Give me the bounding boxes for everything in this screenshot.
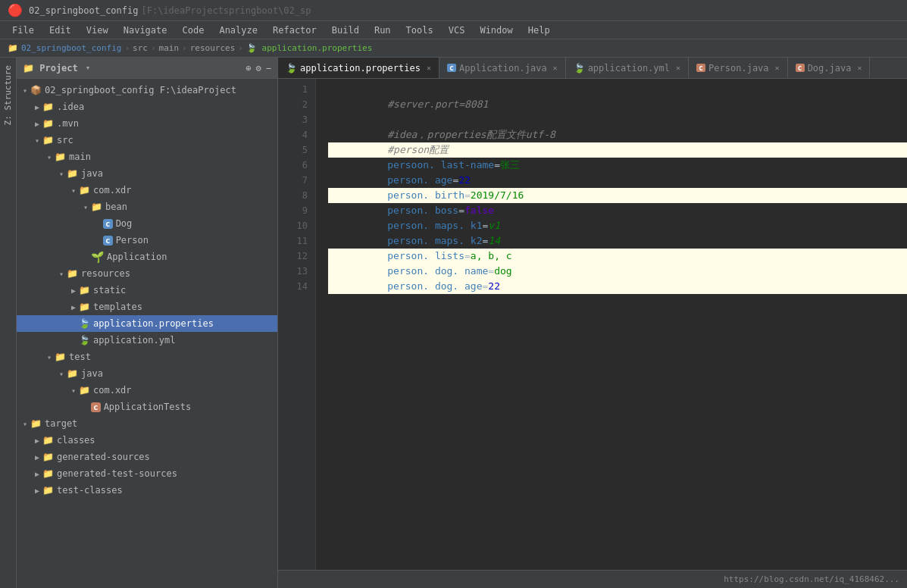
tab-person-label: Person.java	[708, 63, 768, 74]
menu-run[interactable]: Run	[368, 23, 397, 37]
menu-window[interactable]: Window	[474, 23, 518, 37]
tab-appjava[interactable]: c Application.java ✕	[439, 58, 566, 78]
yaml-icon-appyml: 🍃	[79, 335, 90, 346]
tab-person-close[interactable]: ✕	[775, 64, 780, 72]
tree-label-dog: Dog	[116, 218, 133, 229]
line-num-11: 11	[278, 233, 308, 249]
menu-code[interactable]: Code	[177, 23, 211, 37]
breadcrumb-file[interactable]: 🍃 application.properties	[246, 43, 372, 53]
tree-appprops[interactable]: ▶ 🍃 application.properties	[17, 315, 277, 332]
folder-icon-classes: 📁	[42, 435, 54, 446]
locate-icon[interactable]: ⊕	[246, 63, 251, 74]
tree-label-resources: resources	[81, 268, 130, 279]
breadcrumb-project[interactable]: 02_springboot_config	[21, 43, 121, 53]
tree-test[interactable]: ▾ 📁 test	[17, 349, 277, 365]
arrow-templates: ▶	[68, 303, 79, 311]
code-eq-8: =	[458, 205, 464, 216]
tree-templates[interactable]: ▶ 📁 templates	[17, 299, 277, 315]
tree-target[interactable]: ▾ 📁 target	[17, 415, 277, 432]
menu-refactor[interactable]: Refactor	[267, 23, 323, 37]
tree-label-test-comxdr: com.xdr	[93, 385, 132, 396]
folder-icon-mvn: 📁	[42, 118, 54, 129]
tree-label-templates: templates	[93, 302, 142, 312]
line-num-13: 13	[278, 264, 308, 279]
tree-apptests[interactable]: ▶ c ApplicationTests	[17, 399, 277, 415]
tree-label-target: target	[45, 418, 77, 429]
menu-tools[interactable]: Tools	[400, 23, 439, 37]
code-content[interactable]: #server.port=8081 #idea，properties配置文件ut…	[316, 79, 907, 570]
code-key-10: person. maps. k2	[387, 235, 482, 246]
tab-appyml[interactable]: 🍃 application.yml ✕	[566, 58, 689, 78]
code-key-13: person. dog. age	[387, 280, 482, 292]
tree-person[interactable]: ▶ c Person	[17, 232, 277, 249]
tab-person[interactable]: c Person.java ✕	[689, 58, 788, 78]
collapse-icon[interactable]: −	[266, 63, 271, 74]
tab-appprops[interactable]: 🍃 application.properties ✕	[278, 58, 439, 78]
folder-icon-bean: 📁	[91, 202, 102, 212]
tab-appjava-close[interactable]: ✕	[553, 64, 558, 72]
gear-icon[interactable]: ⚙	[256, 63, 261, 74]
tree-label-person: Person	[116, 235, 149, 246]
tab-appprops-close[interactable]: ✕	[427, 64, 431, 72]
tab-java-icon-dog: c	[796, 64, 805, 72]
project-panel-title: 📁 Project	[23, 63, 78, 74]
tree-comxdr[interactable]: ▾ 📁 com.xdr	[17, 182, 277, 199]
java-icon-dog: c	[103, 219, 113, 229]
line-num-4: 4	[278, 127, 308, 142]
tab-dog[interactable]: c Dog.java ✕	[788, 58, 871, 78]
menu-navigate[interactable]: Navigate	[117, 23, 174, 37]
arrow-comxdr: ▾	[68, 186, 79, 195]
tree-main[interactable]: ▾ 📁 main	[17, 149, 277, 165]
tree-test-comxdr[interactable]: ▾ 📁 com.xdr	[17, 382, 277, 399]
tree-resources[interactable]: ▾ 📁 resources	[17, 265, 277, 282]
breadcrumb-src[interactable]: src	[133, 43, 148, 53]
menu-edit[interactable]: Edit	[43, 23, 77, 37]
arrow-resources: ▾	[56, 270, 67, 278]
tree-root[interactable]: ▾ 📦 02_springboot_config F:\ideaProject	[17, 82, 277, 99]
tree-application[interactable]: ▶ 🌱 Application	[17, 249, 277, 265]
line-num-1: 1	[278, 82, 308, 97]
tree-test-java[interactable]: ▾ 📁 java	[17, 365, 277, 382]
tree-mvn[interactable]: ▶ 📁 .mvn	[17, 115, 277, 132]
code-val-13: 22	[488, 280, 500, 292]
menu-vcs[interactable]: VCS	[443, 23, 471, 37]
tree-dog[interactable]: ▶ c Dog	[17, 215, 277, 232]
folder-icon-resources: 📁	[67, 268, 78, 279]
app-logo: 🔴	[8, 3, 23, 17]
tree-idea[interactable]: ▶ 📁 .idea	[17, 99, 277, 115]
tab-appyml-close[interactable]: ✕	[676, 64, 680, 72]
tab-java-icon-app: c	[447, 64, 456, 72]
breadcrumb-main[interactable]: main	[159, 43, 180, 53]
tree-gentestsources[interactable]: ▶ 📁 generated-test-sources	[17, 465, 277, 482]
spring-icon-application: 🌱	[91, 251, 104, 263]
tree-appyml[interactable]: ▶ 🍃 application.yml	[17, 332, 277, 349]
tree-label-appprops: application.properties	[93, 318, 214, 329]
project-dropdown[interactable]: ▾	[86, 63, 91, 73]
menu-help[interactable]: Help	[522, 23, 556, 37]
tab-dog-close[interactable]: ✕	[857, 64, 862, 72]
tree-src[interactable]: ▾ 📁 src	[17, 132, 277, 149]
arrow-gensources: ▶	[32, 453, 42, 461]
structure-tab-label[interactable]: Z: Structure	[1, 58, 15, 133]
arrow-gentestsources: ▶	[32, 470, 42, 478]
menu-analyze[interactable]: Analyze	[213, 23, 264, 37]
tree-bean[interactable]: ▾ 📁 bean	[17, 199, 277, 215]
structure-sidebar: Z: Structure	[0, 58, 17, 588]
breadcrumb-resources[interactable]: resources	[190, 43, 236, 53]
tree-java[interactable]: ▾ 📁 java	[17, 165, 277, 182]
tree-static[interactable]: ▶ 📁 static	[17, 282, 277, 299]
line-num-14: 14	[278, 279, 308, 294]
line-num-6: 6	[278, 158, 308, 173]
arrow-classes: ▶	[32, 436, 42, 445]
tree-gensources[interactable]: ▶ 📁 generated-sources	[17, 449, 277, 465]
tree-testclasses[interactable]: ▶ 📁 test-classes	[17, 482, 277, 499]
menu-file[interactable]: File	[6, 23, 40, 37]
tree-classes[interactable]: ▶ 📁 classes	[17, 432, 277, 449]
tree-label-src: src	[57, 135, 73, 145]
folder-icon-java: 📁	[67, 168, 78, 179]
code-eq-7: =	[464, 189, 471, 201]
menu-build[interactable]: Build	[326, 23, 365, 37]
menu-view[interactable]: View	[80, 23, 114, 37]
breadcrumb-project-icon: 📁	[8, 43, 18, 53]
tree-label-appyml: application.yml	[93, 335, 175, 346]
